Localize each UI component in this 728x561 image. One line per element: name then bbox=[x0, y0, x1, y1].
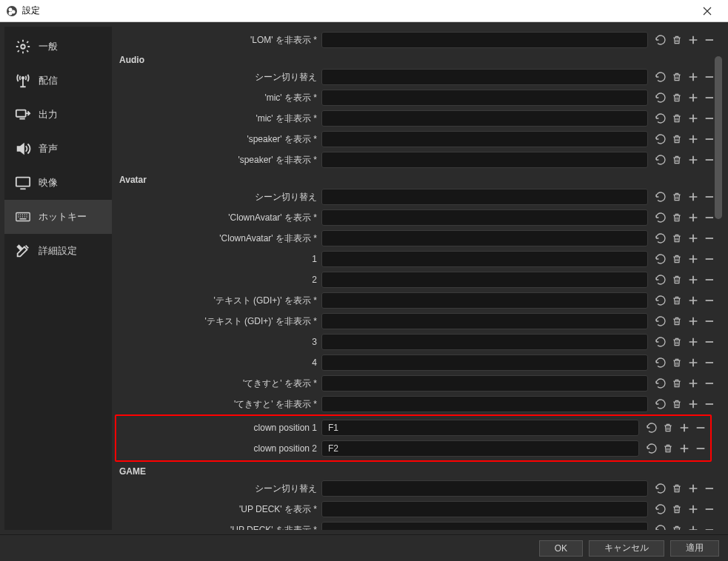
plus-icon[interactable] bbox=[685, 152, 701, 168]
trash-icon[interactable] bbox=[669, 131, 685, 147]
undo-icon[interactable] bbox=[652, 209, 669, 226]
undo-icon[interactable] bbox=[644, 440, 660, 457]
trash-icon[interactable] bbox=[669, 189, 685, 205]
undo-icon[interactable] bbox=[652, 251, 669, 267]
ok-button[interactable]: OK bbox=[539, 540, 583, 557]
hotkey-input[interactable] bbox=[321, 396, 648, 412]
sidebar-item-advanced[interactable]: 詳細設定 bbox=[4, 234, 112, 268]
hotkey-input[interactable] bbox=[321, 209, 648, 226]
plus-icon[interactable] bbox=[685, 110, 701, 127]
sidebar-item-general[interactable]: 一般 bbox=[4, 30, 112, 64]
trash-icon[interactable] bbox=[669, 334, 685, 350]
undo-icon[interactable] bbox=[652, 480, 669, 497]
undo-icon[interactable] bbox=[652, 272, 669, 288]
undo-icon[interactable] bbox=[652, 355, 669, 371]
undo-icon[interactable] bbox=[652, 90, 669, 106]
trash-icon[interactable] bbox=[660, 420, 676, 436]
sidebar-item-video[interactable]: 映像 bbox=[4, 166, 112, 200]
cancel-button[interactable]: キャンセル bbox=[589, 540, 664, 557]
undo-icon[interactable] bbox=[652, 334, 669, 350]
hotkey-input[interactable] bbox=[321, 251, 648, 267]
hotkey-input[interactable] bbox=[321, 152, 648, 168]
plus-icon[interactable] bbox=[685, 131, 701, 147]
hotkey-input[interactable] bbox=[321, 131, 648, 147]
undo-icon[interactable] bbox=[652, 375, 669, 392]
trash-icon[interactable] bbox=[669, 152, 685, 168]
trash-icon[interactable] bbox=[669, 110, 685, 127]
hotkey-input[interactable] bbox=[321, 272, 648, 288]
plus-icon[interactable] bbox=[685, 375, 701, 392]
trash-icon[interactable] bbox=[669, 396, 685, 412]
trash-icon[interactable] bbox=[669, 209, 685, 226]
undo-icon[interactable] bbox=[652, 501, 669, 517]
trash-icon[interactable] bbox=[669, 355, 685, 371]
sidebar-item-stream[interactable]: 配信 bbox=[4, 64, 112, 98]
undo-icon[interactable] bbox=[644, 420, 660, 436]
sidebar-item-output[interactable]: 出力 bbox=[4, 98, 112, 132]
hotkey-input[interactable] bbox=[321, 440, 639, 457]
sidebar-item-audio[interactable]: 音声 bbox=[4, 132, 112, 166]
plus-icon[interactable] bbox=[685, 313, 701, 329]
trash-icon[interactable] bbox=[669, 292, 685, 309]
trash-icon[interactable] bbox=[669, 90, 685, 106]
apply-button[interactable]: 適用 bbox=[670, 540, 719, 557]
hotkey-input[interactable] bbox=[321, 313, 648, 329]
window-close-button[interactable] bbox=[692, 1, 722, 21]
hotkey-input[interactable] bbox=[321, 522, 648, 530]
undo-icon[interactable] bbox=[652, 522, 669, 530]
undo-icon[interactable] bbox=[652, 152, 669, 168]
scrollbar[interactable] bbox=[713, 27, 724, 530]
sidebar-item-hotkeys[interactable]: ホットキー bbox=[4, 200, 112, 234]
undo-icon[interactable] bbox=[652, 396, 669, 412]
trash-icon[interactable] bbox=[669, 480, 685, 497]
plus-icon[interactable] bbox=[676, 420, 692, 436]
trash-icon[interactable] bbox=[669, 501, 685, 517]
plus-icon[interactable] bbox=[685, 69, 701, 85]
undo-icon[interactable] bbox=[652, 230, 669, 246]
hotkey-input[interactable] bbox=[321, 501, 648, 517]
plus-icon[interactable] bbox=[685, 355, 701, 371]
trash-icon[interactable] bbox=[669, 69, 685, 85]
hotkey-input[interactable] bbox=[321, 292, 648, 309]
plus-icon[interactable] bbox=[685, 209, 701, 226]
trash-icon[interactable] bbox=[669, 313, 685, 329]
hotkey-input[interactable] bbox=[321, 69, 648, 85]
minus-icon[interactable] bbox=[692, 440, 709, 457]
plus-icon[interactable] bbox=[685, 501, 701, 517]
trash-icon[interactable] bbox=[669, 251, 685, 267]
plus-icon[interactable] bbox=[685, 480, 701, 497]
undo-icon[interactable] bbox=[652, 69, 669, 85]
minus-icon[interactable] bbox=[692, 420, 709, 436]
trash-icon[interactable] bbox=[669, 32, 685, 48]
plus-icon[interactable] bbox=[685, 90, 701, 106]
undo-icon[interactable] bbox=[652, 189, 669, 205]
hotkey-input[interactable] bbox=[321, 375, 648, 392]
plus-icon[interactable] bbox=[685, 230, 701, 246]
hotkey-input[interactable] bbox=[321, 480, 648, 497]
hotkey-input[interactable] bbox=[321, 334, 648, 350]
hotkey-input[interactable] bbox=[321, 110, 648, 127]
undo-icon[interactable] bbox=[652, 32, 669, 48]
trash-icon[interactable] bbox=[669, 272, 685, 288]
plus-icon[interactable] bbox=[685, 522, 701, 530]
scrollbar-thumb[interactable] bbox=[715, 56, 722, 219]
plus-icon[interactable] bbox=[676, 440, 692, 457]
undo-icon[interactable] bbox=[652, 131, 669, 147]
trash-icon[interactable] bbox=[669, 375, 685, 392]
hotkey-input[interactable] bbox=[321, 90, 648, 106]
hotkey-input[interactable] bbox=[321, 32, 648, 48]
plus-icon[interactable] bbox=[685, 396, 701, 412]
plus-icon[interactable] bbox=[685, 272, 701, 288]
hotkey-input[interactable] bbox=[321, 230, 648, 246]
undo-icon[interactable] bbox=[652, 313, 669, 329]
trash-icon[interactable] bbox=[669, 522, 685, 530]
trash-icon[interactable] bbox=[660, 440, 676, 457]
hotkey-input[interactable] bbox=[321, 420, 639, 436]
undo-icon[interactable] bbox=[652, 292, 669, 309]
plus-icon[interactable] bbox=[685, 292, 701, 309]
undo-icon[interactable] bbox=[652, 110, 669, 127]
trash-icon[interactable] bbox=[669, 230, 685, 246]
plus-icon[interactable] bbox=[685, 32, 701, 48]
plus-icon[interactable] bbox=[685, 251, 701, 267]
hotkey-input[interactable] bbox=[321, 189, 648, 205]
